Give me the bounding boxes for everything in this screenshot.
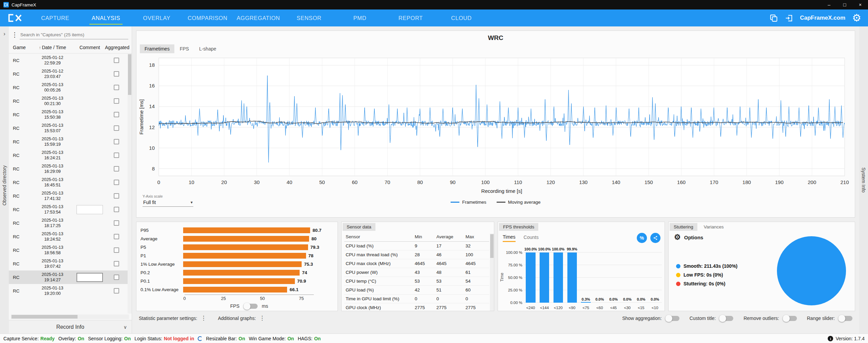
comment-input[interactable] — [77, 205, 103, 214]
capture-row[interactable]: RC2025-01-1222:59:29 — [9, 54, 128, 67]
sensor-column-header[interactable]: Sensor — [344, 234, 415, 239]
maximize-button[interactable]: □ — [837, 0, 852, 9]
capture-row[interactable]: RC2025-01-1315:50:38 — [9, 108, 128, 121]
aggregated-checkbox[interactable] — [114, 193, 119, 199]
site-link[interactable]: CapFrameX.com — [800, 15, 845, 21]
horizontal-scrollbar[interactable] — [11, 315, 129, 319]
tab-l-shape[interactable]: L-shape — [194, 44, 221, 53]
aggregated-checkbox[interactable] — [114, 166, 119, 172]
aggregated-checkbox[interactable] — [114, 98, 119, 104]
capture-row[interactable]: RC2025-01-1319:14:27 — [9, 270, 128, 284]
aggregated-checkbox[interactable] — [114, 220, 119, 226]
fps-ms-toggle[interactable] — [243, 304, 258, 309]
toggle-switch[interactable] — [665, 316, 679, 321]
aggregated-checkbox[interactable] — [114, 58, 119, 63]
tab-times[interactable]: Times — [503, 234, 516, 242]
info-icon[interactable]: i — [828, 336, 833, 341]
share-button[interactable] — [650, 233, 660, 243]
capture-date: 2025-01-13 — [30, 150, 74, 155]
capture-row[interactable]: RC2025-01-1315:59:19 — [9, 135, 128, 148]
copy-icon[interactable] — [769, 14, 778, 22]
capture-row[interactable]: RC2025-01-1318:17:25 — [9, 216, 128, 230]
thresholds-chart[interactable]: Time 100.00 %75.00 %50.00 %25.00 %0.00 %… — [499, 244, 662, 310]
scrollbar-thumb[interactable] — [12, 315, 78, 319]
aggregated-checkbox[interactable] — [114, 153, 119, 158]
stutter-pie-chart[interactable] — [777, 236, 846, 305]
fps-thresholds-tab[interactable]: FPS thresholds — [499, 223, 538, 231]
capture-row[interactable]: RC2025-01-1315:53:07 — [9, 121, 128, 135]
refresh-icon[interactable] — [198, 336, 202, 341]
frametime-chart[interactable]: 0102030405060708090100110120130140150160… — [136, 54, 851, 198]
unit-fps-label[interactable]: FPS — [230, 303, 239, 309]
toggle-switch[interactable] — [719, 316, 733, 321]
login-icon[interactable] — [785, 14, 793, 22]
capture-row[interactable]: RC2025-01-1318:56:58 — [9, 243, 128, 257]
capture-row[interactable]: RC2025-01-1316:24:21 — [9, 148, 128, 162]
kebab-menu-icon[interactable]: ⋮ — [12, 32, 17, 37]
aggregated-checkbox[interactable] — [114, 112, 119, 117]
aggregated-checkbox[interactable] — [114, 71, 119, 77]
capture-row[interactable]: RC2025-01-1300:05:26 — [9, 81, 128, 94]
capture-row[interactable]: RC2025-01-1318:24:52 — [9, 230, 128, 243]
capture-row[interactable]: RC2025-01-1223:03:47 — [9, 67, 128, 81]
aggregated-checkbox[interactable] — [114, 139, 119, 144]
kebab-menu-icon[interactable]: ⋮ — [259, 316, 265, 321]
comment-input[interactable] — [77, 273, 103, 282]
nav-tab-pmd[interactable]: PMD — [334, 9, 385, 26]
aggregated-checkbox[interactable] — [114, 247, 119, 253]
close-button[interactable]: × — [852, 0, 868, 9]
aggregated-checkbox[interactable] — [114, 125, 119, 131]
tab-fps[interactable]: FPS — [175, 44, 194, 53]
nav-tab-overlay[interactable]: OVERLAY — [131, 9, 182, 26]
nav-tab-report[interactable]: REPORT — [385, 9, 436, 26]
aggregated-checkbox[interactable] — [114, 85, 119, 90]
vertical-scrollbar[interactable] — [128, 54, 132, 314]
column-header-game[interactable]: Game — [9, 45, 30, 50]
options-gear-icon[interactable]: ⚙ — [674, 234, 681, 241]
capture-row[interactable]: RC2025-01-1319:20:00 — [9, 284, 128, 298]
scrollbar-thumb[interactable] — [128, 54, 131, 95]
expand-right-icon[interactable]: › — [3, 31, 5, 37]
aggregated-checkbox[interactable] — [114, 275, 119, 280]
tab-counts[interactable]: Counts — [524, 235, 539, 241]
sensor-column-header[interactable]: Average — [436, 234, 465, 239]
capture-row[interactable]: RC2025-01-1316:45:51 — [9, 176, 128, 189]
unit-ms-label[interactable]: ms — [262, 303, 268, 309]
vertical-scrollbar[interactable] — [490, 234, 494, 311]
y-axis-scale-select[interactable]: Full fit ▾ — [143, 198, 193, 207]
capture-row[interactable]: RC2025-01-1300:21:30 — [9, 94, 128, 108]
nav-tab-analysis[interactable]: ANALYSIS — [81, 9, 131, 26]
search-input[interactable] — [20, 31, 128, 39]
sensor-data-tab[interactable]: Sensor data — [343, 223, 375, 231]
aggregated-checkbox[interactable] — [114, 234, 119, 239]
settings-gear-icon[interactable]: ⚙ — [852, 13, 861, 23]
nav-tab-aggregation[interactable]: AGGREGATION — [233, 9, 284, 26]
tab-variances[interactable]: Variances — [700, 223, 728, 231]
aggregated-checkbox[interactable] — [114, 180, 119, 185]
column-header-datetime[interactable]: ↑Date / Time — [30, 45, 74, 50]
toggle-switch[interactable] — [783, 316, 797, 321]
kebab-menu-icon[interactable]: ⋮ — [201, 316, 207, 321]
aggregated-checkbox[interactable] — [114, 261, 119, 266]
nav-tab-cloud[interactable]: CLOUD — [436, 9, 487, 26]
capture-row[interactable]: RC2025-01-1317:53:54 — [9, 203, 128, 216]
aggregated-checkbox[interactable] — [114, 207, 119, 212]
nav-tab-comparison[interactable]: COMPARISON — [182, 9, 233, 26]
tab-frametimes[interactable]: Frametimes — [140, 44, 174, 53]
sensor-column-header[interactable]: Max — [465, 234, 484, 239]
column-header-comment[interactable]: Comment — [74, 45, 105, 50]
tab-stuttering[interactable]: Stuttering — [670, 223, 697, 231]
capture-row[interactable]: RC2025-01-1317:41:32 — [9, 189, 128, 203]
capture-row[interactable]: RC2025-01-1316:29:09 — [9, 162, 128, 176]
record-info-bar[interactable]: Record Info ∨ — [9, 320, 132, 334]
percent-button[interactable]: % — [637, 233, 647, 243]
column-header-aggregated[interactable]: Aggregated — [105, 45, 128, 50]
aggregated-checkbox[interactable] — [114, 288, 119, 294]
minimize-button[interactable]: – — [821, 0, 837, 9]
scrollbar-thumb[interactable] — [490, 234, 494, 258]
capture-row[interactable]: RC2025-01-1319:07:42 — [9, 257, 128, 270]
nav-tab-sensor[interactable]: SENSOR — [284, 9, 334, 26]
nav-tab-capture[interactable]: CAPTURE — [30, 9, 81, 26]
toggle-switch[interactable] — [838, 316, 852, 321]
sensor-column-header[interactable]: Min — [415, 234, 436, 239]
